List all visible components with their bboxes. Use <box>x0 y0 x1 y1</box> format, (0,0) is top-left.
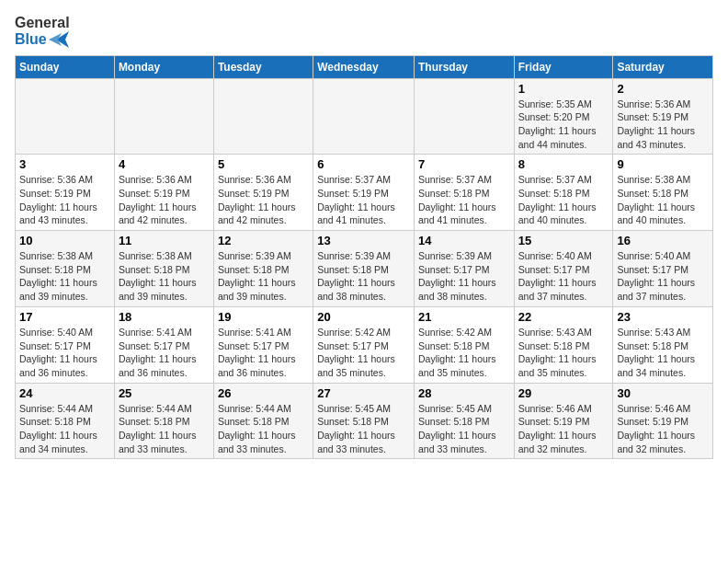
day-detail: Sunrise: 5:42 AM Sunset: 5:17 PM Dayligh… <box>317 326 410 380</box>
calendar-cell: 14Sunrise: 5:39 AM Sunset: 5:17 PM Dayli… <box>414 231 514 307</box>
day-detail: Sunrise: 5:38 AM Sunset: 5:18 PM Dayligh… <box>119 249 210 304</box>
calendar-week-2: 3Sunrise: 5:36 AM Sunset: 5:19 PM Daylig… <box>16 155 713 231</box>
calendar-cell <box>16 78 115 155</box>
day-detail: Sunrise: 5:37 AM Sunset: 5:18 PM Dayligh… <box>418 173 510 227</box>
day-detail: Sunrise: 5:42 AM Sunset: 5:18 PM Dayligh… <box>418 326 510 380</box>
day-detail: Sunrise: 5:41 AM Sunset: 5:17 PM Dayligh… <box>119 326 210 380</box>
calendar-week-5: 24Sunrise: 5:44 AM Sunset: 5:18 PM Dayli… <box>16 383 713 459</box>
calendar-cell: 9Sunrise: 5:38 AM Sunset: 5:18 PM Daylig… <box>613 155 713 231</box>
day-number: 5 <box>218 157 309 171</box>
day-number: 30 <box>617 386 709 400</box>
day-detail: Sunrise: 5:39 AM Sunset: 5:18 PM Dayligh… <box>317 249 410 304</box>
calendar-cell: 25Sunrise: 5:44 AM Sunset: 5:18 PM Dayli… <box>114 383 213 459</box>
day-detail: Sunrise: 5:45 AM Sunset: 5:18 PM Dayligh… <box>317 402 410 456</box>
calendar-cell: 30Sunrise: 5:46 AM Sunset: 5:19 PM Dayli… <box>613 383 713 459</box>
header-row: SundayMondayTuesdayWednesdayThursdayFrid… <box>16 55 713 78</box>
day-detail: Sunrise: 5:37 AM Sunset: 5:19 PM Dayligh… <box>317 173 410 227</box>
day-detail: Sunrise: 5:43 AM Sunset: 5:18 PM Dayligh… <box>518 326 609 380</box>
calendar-cell: 21Sunrise: 5:42 AM Sunset: 5:18 PM Dayli… <box>414 306 514 383</box>
day-number: 6 <box>317 157 410 171</box>
day-detail: Sunrise: 5:43 AM Sunset: 5:18 PM Dayligh… <box>617 326 709 380</box>
calendar-week-1: 1Sunrise: 5:35 AM Sunset: 5:20 PM Daylig… <box>16 78 713 155</box>
day-number: 16 <box>617 234 709 247</box>
calendar-cell: 1Sunrise: 5:35 AM Sunset: 5:20 PM Daylig… <box>514 78 613 155</box>
day-detail: Sunrise: 5:38 AM Sunset: 5:18 PM Dayligh… <box>617 173 709 227</box>
calendar-cell: 26Sunrise: 5:44 AM Sunset: 5:18 PM Dayli… <box>213 383 313 459</box>
calendar-week-4: 17Sunrise: 5:40 AM Sunset: 5:17 PM Dayli… <box>16 306 713 383</box>
calendar-cell: 22Sunrise: 5:43 AM Sunset: 5:18 PM Dayli… <box>514 306 613 383</box>
calendar-cell <box>313 78 415 155</box>
calendar-cell: 18Sunrise: 5:41 AM Sunset: 5:17 PM Dayli… <box>114 306 213 383</box>
calendar-cell: 28Sunrise: 5:45 AM Sunset: 5:18 PM Dayli… <box>414 383 514 459</box>
calendar-cell: 4Sunrise: 5:36 AM Sunset: 5:19 PM Daylig… <box>114 155 213 231</box>
day-detail: Sunrise: 5:44 AM Sunset: 5:18 PM Dayligh… <box>119 402 210 456</box>
logo-general: General <box>15 15 70 31</box>
day-number: 24 <box>19 386 110 400</box>
calendar-table: SundayMondayTuesdayWednesdayThursdayFrid… <box>15 55 713 460</box>
day-detail: Sunrise: 5:46 AM Sunset: 5:19 PM Dayligh… <box>518 402 609 456</box>
day-number: 17 <box>19 310 110 324</box>
calendar-cell: 7Sunrise: 5:37 AM Sunset: 5:18 PM Daylig… <box>414 155 514 231</box>
day-detail: Sunrise: 5:36 AM Sunset: 5:19 PM Dayligh… <box>617 98 709 152</box>
calendar-cell: 10Sunrise: 5:38 AM Sunset: 5:18 PM Dayli… <box>16 231 115 307</box>
weekday-header-monday: Monday <box>114 55 213 78</box>
calendar-cell: 3Sunrise: 5:36 AM Sunset: 5:19 PM Daylig… <box>16 155 115 231</box>
day-number: 15 <box>518 234 609 247</box>
day-detail: Sunrise: 5:35 AM Sunset: 5:20 PM Dayligh… <box>518 98 609 152</box>
day-detail: Sunrise: 5:46 AM Sunset: 5:19 PM Dayligh… <box>617 402 709 456</box>
day-number: 25 <box>119 386 210 400</box>
logo: General Blue <box>15 15 70 48</box>
weekday-header-wednesday: Wednesday <box>313 55 415 78</box>
day-detail: Sunrise: 5:40 AM Sunset: 5:17 PM Dayligh… <box>19 326 110 380</box>
day-number: 27 <box>317 386 410 400</box>
calendar-cell: 6Sunrise: 5:37 AM Sunset: 5:19 PM Daylig… <box>313 155 415 231</box>
day-detail: Sunrise: 5:45 AM Sunset: 5:18 PM Dayligh… <box>418 402 510 456</box>
day-number: 10 <box>19 234 110 247</box>
day-number: 21 <box>418 310 510 324</box>
weekday-header-thursday: Thursday <box>414 55 514 78</box>
day-detail: Sunrise: 5:41 AM Sunset: 5:17 PM Dayligh… <box>218 326 309 380</box>
calendar-week-3: 10Sunrise: 5:38 AM Sunset: 5:18 PM Dayli… <box>16 231 713 307</box>
day-number: 26 <box>218 386 309 400</box>
day-number: 8 <box>518 157 609 171</box>
weekday-header-sunday: Sunday <box>16 55 115 78</box>
day-number: 20 <box>317 310 410 324</box>
day-number: 18 <box>119 310 210 324</box>
calendar-cell: 2Sunrise: 5:36 AM Sunset: 5:19 PM Daylig… <box>613 78 713 155</box>
day-number: 13 <box>317 234 410 247</box>
day-number: 2 <box>617 82 709 96</box>
day-detail: Sunrise: 5:36 AM Sunset: 5:19 PM Dayligh… <box>119 173 210 227</box>
calendar-cell: 20Sunrise: 5:42 AM Sunset: 5:17 PM Dayli… <box>313 306 415 383</box>
day-detail: Sunrise: 5:36 AM Sunset: 5:19 PM Dayligh… <box>19 173 110 227</box>
day-detail: Sunrise: 5:38 AM Sunset: 5:18 PM Dayligh… <box>19 249 110 304</box>
logo-bird-icon <box>49 31 69 48</box>
day-detail: Sunrise: 5:40 AM Sunset: 5:17 PM Dayligh… <box>617 249 709 304</box>
day-detail: Sunrise: 5:40 AM Sunset: 5:17 PM Dayligh… <box>518 249 609 304</box>
calendar-cell: 16Sunrise: 5:40 AM Sunset: 5:17 PM Dayli… <box>613 231 713 307</box>
day-number: 22 <box>518 310 609 324</box>
day-number: 23 <box>617 310 709 324</box>
calendar-cell: 17Sunrise: 5:40 AM Sunset: 5:17 PM Dayli… <box>16 306 115 383</box>
day-number: 28 <box>418 386 510 400</box>
calendar-cell <box>414 78 514 155</box>
day-number: 14 <box>418 234 510 247</box>
day-number: 9 <box>617 157 709 171</box>
day-detail: Sunrise: 5:44 AM Sunset: 5:18 PM Dayligh… <box>19 402 110 456</box>
calendar-cell: 27Sunrise: 5:45 AM Sunset: 5:18 PM Dayli… <box>313 383 415 459</box>
day-detail: Sunrise: 5:39 AM Sunset: 5:18 PM Dayligh… <box>218 249 309 304</box>
day-number: 7 <box>418 157 510 171</box>
day-number: 12 <box>218 234 309 247</box>
day-number: 29 <box>518 386 609 400</box>
weekday-header-friday: Friday <box>514 55 613 78</box>
calendar-cell: 29Sunrise: 5:46 AM Sunset: 5:19 PM Dayli… <box>514 383 613 459</box>
calendar-cell: 23Sunrise: 5:43 AM Sunset: 5:18 PM Dayli… <box>613 306 713 383</box>
weekday-header-saturday: Saturday <box>613 55 713 78</box>
calendar-cell: 15Sunrise: 5:40 AM Sunset: 5:17 PM Dayli… <box>514 231 613 307</box>
weekday-header-tuesday: Tuesday <box>213 55 313 78</box>
header: General Blue <box>15 15 713 48</box>
calendar-cell <box>114 78 213 155</box>
calendar-cell <box>213 78 313 155</box>
day-number: 3 <box>19 157 110 171</box>
calendar-cell: 19Sunrise: 5:41 AM Sunset: 5:17 PM Dayli… <box>213 306 313 383</box>
day-number: 11 <box>119 234 210 247</box>
